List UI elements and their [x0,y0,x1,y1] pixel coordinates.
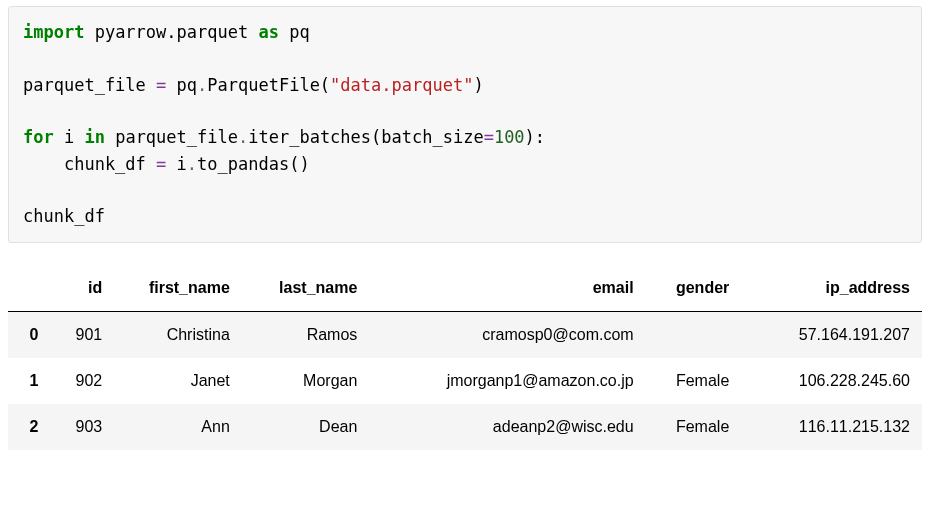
keyword-for: for [23,127,54,147]
cell-last: Morgan [242,358,370,404]
dot: . [197,75,207,95]
cell-gender [646,311,742,358]
col-first-header: first_name [114,265,242,312]
import-module: pyarrow.parquet [84,22,258,42]
equals-sign: = [156,154,166,174]
assign-target: parquet_file [23,75,156,95]
cell-first: Christina [114,311,242,358]
cell-id: 902 [51,358,115,404]
expr-line: chunk_df [23,206,105,226]
table-row: 2 903 Ann Dean adeanp2@wisc.edu Female 1… [8,404,922,450]
number-literal: 100 [494,127,525,147]
cell-email: cramosp0@com.com [369,311,645,358]
cell-first: Ann [114,404,242,450]
close-paren: ) [473,75,483,95]
cell-ip: 106.228.245.60 [741,358,922,404]
cell-first: Janet [114,358,242,404]
body-target: chunk_df [23,154,156,174]
col-gender-header: gender [646,265,742,312]
col-email-header: email [369,265,645,312]
keyword-import: import [23,22,84,42]
cell-ip: 57.164.191.207 [741,311,922,358]
for-iter-obj: parquet_file [105,127,238,147]
dot: . [238,127,248,147]
table-body: 0 901 Christina Ramos cramosp0@com.com 5… [8,311,922,450]
table-header-row: id first_name last_name email gender ip_… [8,265,922,312]
output-table: id first_name last_name email gender ip_… [8,265,922,450]
col-index-header [8,265,51,312]
code-block: import pyarrow.parquet as pq parquet_fil… [8,6,922,243]
output-table-wrap: id first_name last_name email gender ip_… [8,265,922,450]
cell-last: Dean [242,404,370,450]
cell-index: 2 [8,404,51,450]
keyword-in: in [84,127,104,147]
cell-last: Ramos [242,311,370,358]
cell-gender: Female [646,358,742,404]
body-call: to_pandas() [197,154,310,174]
cell-ip: 116.11.215.132 [741,404,922,450]
cell-index: 1 [8,358,51,404]
cell-gender: Female [646,404,742,450]
cell-id: 903 [51,404,115,450]
dot: . [187,154,197,174]
equals-sign: = [156,75,166,95]
table-row: 1 902 Janet Morgan jmorganp1@amazon.co.j… [8,358,922,404]
cell-id: 901 [51,311,115,358]
cell-index: 0 [8,311,51,358]
for-var: i [54,127,85,147]
equals-sign: = [484,127,494,147]
col-ip-header: ip_address [741,265,922,312]
col-last-header: last_name [242,265,370,312]
import-alias: pq [279,22,310,42]
table-row: 0 901 Christina Ramos cramosp0@com.com 5… [8,311,922,358]
body-obj: i [166,154,186,174]
close-paren: ): [525,127,545,147]
col-id-header: id [51,265,115,312]
string-literal: "data.parquet" [330,75,473,95]
assign-obj: pq [166,75,197,95]
assign-call: ParquetFile( [207,75,330,95]
keyword-as: as [258,22,278,42]
for-iter-call: iter_batches(batch_size [248,127,483,147]
cell-email: jmorganp1@amazon.co.jp [369,358,645,404]
cell-email: adeanp2@wisc.edu [369,404,645,450]
